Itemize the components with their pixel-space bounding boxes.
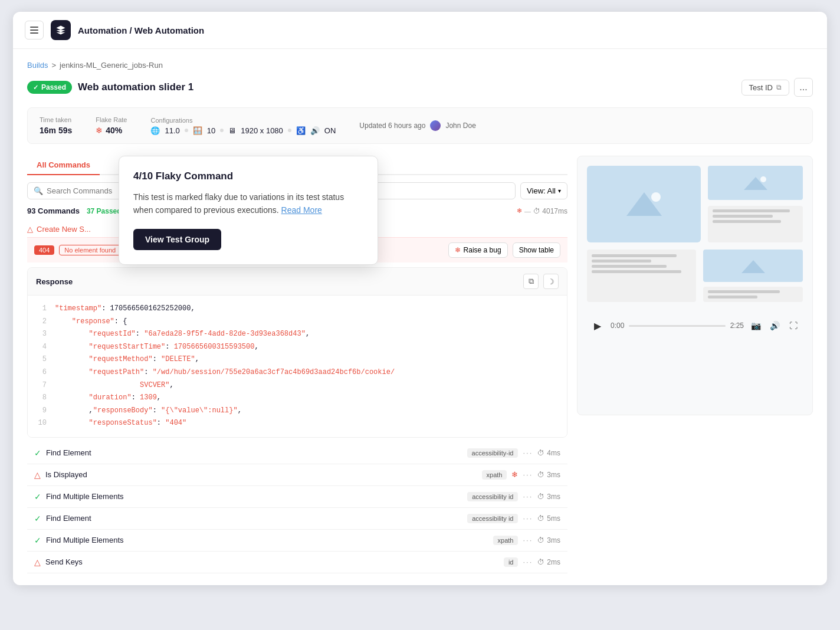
clock-icon-1: ⏱: [537, 449, 544, 457]
flake-bar-icon: ❄: [517, 207, 522, 215]
error-404-badge: 404: [34, 245, 54, 255]
error-row-right: ❄ Raise a bug Show table: [448, 242, 560, 258]
cmd-tag-4: accessibility id: [467, 514, 518, 523]
warn-icon-2: △: [34, 470, 41, 480]
dot-sep-2: [220, 129, 224, 132]
dot-sep-1: [185, 129, 188, 132]
error-404-text: 404: [39, 247, 50, 254]
chrome-version: 11.0: [165, 126, 179, 135]
text-lines-block: [708, 206, 803, 242]
theme-toggle-button[interactable]: ☽: [543, 274, 559, 289]
windows-icon: 🪟: [193, 126, 202, 135]
cmd-more-1[interactable]: ···: [523, 448, 533, 457]
line-num-5: 5: [37, 353, 47, 366]
text-line-9: [708, 296, 757, 298]
code-text-4: "requestStartTime": 1705665600315593500,: [55, 341, 259, 354]
cmd-more-5[interactable]: ···: [523, 536, 533, 544]
cmd-more-4[interactable]: ···: [523, 514, 533, 523]
text-line-2: [713, 215, 772, 218]
cmd-more-6[interactable]: ···: [523, 557, 533, 566]
cmd-time-2: ⏱3ms: [537, 471, 560, 479]
flake-label: Flake Rate: [96, 116, 127, 123]
view-test-group-button[interactable]: View Test Group: [133, 229, 221, 250]
duration-display: ❄ — ⏱ 4017ms: [517, 207, 567, 215]
text-line-1: [713, 209, 789, 212]
line-num-3: 3: [37, 328, 47, 341]
code-line-1: 1 "timestamp": 1705665601625252000,: [37, 303, 557, 316]
passed-count: 37 Passed: [87, 207, 122, 215]
cmd-name-1: Find Element: [46, 448, 462, 457]
show-table-button[interactable]: Show table: [513, 242, 560, 258]
create-new-label: Create New S...: [37, 225, 91, 234]
cmd-name-4: Find Element: [46, 514, 462, 523]
user-name: John Doe: [445, 122, 475, 130]
breadcrumb-sep: >: [51, 61, 56, 70]
screenshot-right-col: [708, 166, 803, 242]
line-num-6: 6: [37, 366, 47, 379]
flake-icon: ❄: [96, 126, 103, 135]
code-line-4: 4 "requestStartTime": 170566560031559350…: [37, 341, 557, 354]
command-list: ✓ Find Element accessibility-id ··· ⏱4ms…: [27, 442, 567, 573]
right-panel: ▶ 0:00 2:25 📷 🔊 ⛶: [577, 156, 813, 573]
config-row: 🌐 11.0 🪟 10 🖥 1920 x 1080 ♿ 🔊 ON: [150, 126, 336, 135]
play-button[interactable]: ▶: [589, 317, 606, 334]
code-line-6: 6 "requestPath": "/wd/hub/session/755e20…: [37, 366, 557, 379]
response-panel: Response ⧉ ☽ 1 "timestamp": 170566560162…: [27, 267, 567, 438]
create-new-button[interactable]: △ Create New S...: [27, 221, 91, 237]
raise-bug-button[interactable]: ❄ Raise a bug: [448, 242, 508, 258]
pass-icon: ✓: [34, 448, 41, 458]
code-text-1: "timestamp": 1705665601625252000,: [55, 303, 195, 316]
app-logo: [51, 20, 71, 40]
line-num-1: 1: [37, 303, 47, 316]
test-id-label: Test ID: [749, 83, 773, 92]
copy-response-button[interactable]: ⧉: [523, 274, 539, 289]
cmd-name-6: Send Keys: [45, 557, 499, 566]
code-text-10: "responseStatus": "404": [55, 417, 186, 430]
code-line-8: 8 "duration": 1309,: [37, 392, 557, 405]
no-element-badge: No element found: [59, 245, 121, 255]
avatar: [430, 120, 441, 131]
volume-button[interactable]: 🔊: [767, 319, 782, 333]
breadcrumb-builds[interactable]: Builds: [27, 61, 48, 70]
line-num-10: 10: [37, 417, 47, 430]
cmd-name-5: Find Multiple Elements: [46, 536, 488, 544]
windows-version: 10: [207, 126, 215, 135]
text-line-4: [592, 254, 677, 257]
test-id-button[interactable]: Test ID ⧉: [741, 80, 789, 96]
text-line-5: [592, 260, 651, 262]
read-more-link[interactable]: Read More: [281, 205, 322, 215]
response-label: Response: [36, 277, 73, 286]
tab-all-commands[interactable]: All Commands: [27, 156, 100, 175]
fullscreen-button[interactable]: ⛶: [786, 319, 800, 333]
resolution-icon: 🖥: [228, 126, 236, 135]
flake-value: 40%: [106, 126, 122, 135]
progress-bar[interactable]: [629, 325, 725, 327]
clock-icon-6: ⏱: [537, 558, 544, 566]
cmd-more-2[interactable]: ···: [523, 470, 533, 479]
search-icon: 🔍: [34, 186, 43, 195]
flake-rate-stat: Flake Rate ❄ 40%: [96, 116, 127, 135]
text-line-3: [713, 220, 781, 223]
more-options-button[interactable]: ...: [794, 78, 813, 97]
duration-text: 4017ms: [542, 207, 567, 215]
updated-text: Updated 6 hours ago: [359, 122, 425, 130]
text-line-7: [592, 270, 681, 273]
raise-bug-label: Raise a bug: [464, 246, 501, 254]
cmd-more-3[interactable]: ···: [523, 492, 533, 501]
screenshot-button[interactable]: 📷: [749, 319, 763, 333]
view-all-button[interactable]: View: All ▾: [520, 182, 567, 199]
list-item: ✓ Find Element accessibility-id ··· ⏱4ms: [27, 442, 567, 464]
check-icon: ✓: [33, 84, 38, 91]
pass-icon-4: ✓: [34, 514, 41, 523]
code-line-2: 2 "response": {: [37, 316, 557, 329]
bug-icon: ❄: [455, 246, 461, 254]
cmd-time-1: ⏱4ms: [537, 449, 560, 457]
code-text-8: "duration": 1309,: [55, 392, 161, 405]
cmd-time-4: ⏱5ms: [537, 514, 560, 523]
warn-icon-6: △: [34, 557, 41, 567]
more-icon: ...: [799, 82, 807, 93]
flake-snowflake-2: ❄: [511, 470, 518, 479]
test-title-row: ✓ Passed Web automation slider 1 Test ID…: [27, 78, 813, 97]
lines-block-3: [703, 287, 803, 302]
hamburger-button[interactable]: [25, 21, 44, 40]
